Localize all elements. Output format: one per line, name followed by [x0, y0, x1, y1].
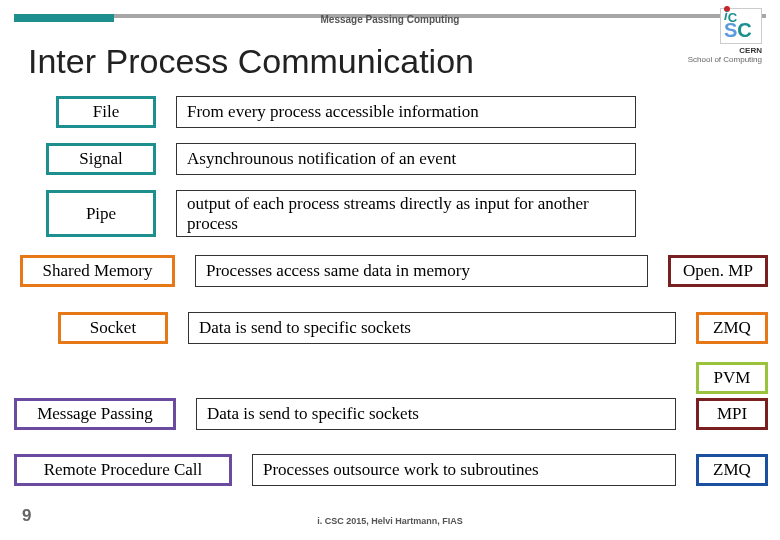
row-file: File From every process accessible infor…	[56, 96, 636, 128]
row-message-passing: Message Passing Data is send to specific…	[14, 398, 768, 430]
tag-pvm: PVM	[696, 362, 768, 394]
label-socket: Socket	[58, 312, 168, 344]
desc-socket: Data is send to specific sockets	[188, 312, 676, 344]
desc-message-passing: Data is send to specific sockets	[196, 398, 676, 430]
desc-shared-memory: Processes access same data in memory	[195, 255, 648, 287]
icsc-logo-icon: iC SC	[720, 8, 762, 44]
tag-zmq-1: ZMQ	[696, 312, 768, 344]
label-rpc: Remote Procedure Call	[14, 454, 232, 486]
label-file: File	[56, 96, 156, 128]
desc-rpc: Processes outsource work to subroutines	[252, 454, 676, 486]
row-socket: Socket Data is send to specific sockets …	[58, 312, 768, 344]
label-pipe: Pipe	[46, 190, 156, 237]
row-shared-memory: Shared Memory Processes access same data…	[20, 255, 768, 287]
row-rpc: Remote Procedure Call Processes outsourc…	[14, 454, 768, 486]
logo-line2: School of Computing	[688, 55, 762, 64]
tag-zmq-2: ZMQ	[696, 454, 768, 486]
label-signal: Signal	[46, 143, 156, 175]
logo-line1: CERN	[739, 46, 762, 55]
footer-text: i. CSC 2015, Helvi Hartmann, FIAS	[0, 516, 780, 526]
tag-mpi: MPI	[696, 398, 768, 430]
desc-signal: Asynchrounous notification of an event	[176, 143, 636, 175]
label-shared-memory: Shared Memory	[20, 255, 175, 287]
slide-title: Inter Process Communication	[28, 42, 474, 81]
tag-openmp: Open. MP	[668, 255, 768, 287]
label-message-passing: Message Passing	[14, 398, 176, 430]
desc-pipe: output of each process streams directly …	[176, 190, 636, 237]
row-pipe: Pipe output of each process streams dire…	[46, 190, 636, 237]
desc-file: From every process accessible informatio…	[176, 96, 636, 128]
row-signal: Signal Asynchrounous notification of an …	[46, 143, 636, 175]
cern-school-logo: iC SC CERN School of Computing	[652, 8, 762, 58]
